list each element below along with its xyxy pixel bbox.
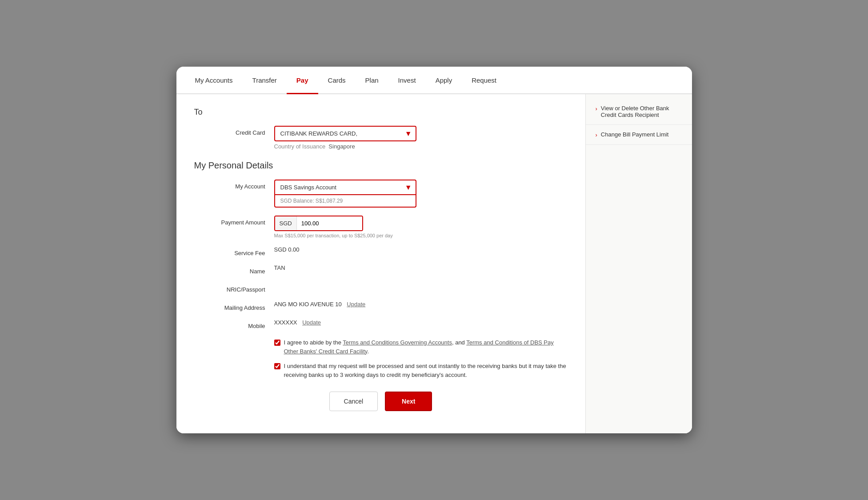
nav-bar: My Accounts Transfer Pay Cards Plan Inve…: [176, 67, 692, 94]
sidebar-label-change-limit: Change Bill Payment Limit: [601, 131, 668, 138]
checkbox-section: I agree to abide by the Terms and Condit…: [274, 338, 568, 379]
nav-invest[interactable]: Invest: [388, 68, 426, 94]
sidebar-item-view-delete[interactable]: › View or Delete Other Bank Credit Cards…: [586, 99, 692, 125]
terms-checkbox-1[interactable]: [274, 340, 280, 346]
payment-amount-row: Payment Amount SGD Max S$15,000 per tran…: [194, 216, 568, 238]
credit-card-label: Credit Card: [194, 126, 274, 136]
nric-row: NRIC/Passport: [194, 283, 568, 293]
country-label: Country of Issuance: [274, 143, 326, 150]
left-panel: To Credit Card CITIBANK REWARDS CARD, ▼ …: [176, 94, 585, 433]
mobile-label: Mobile: [194, 319, 274, 329]
my-account-label: My Account: [194, 180, 274, 190]
sidebar-label-view-delete: View or Delete Other Bank Credit Cards R…: [601, 105, 684, 118]
mailing-value: ANG MO KIO AVENUE 10 Update: [274, 301, 366, 308]
currency-label: SGD: [275, 216, 297, 230]
to-label: To: [194, 108, 568, 117]
mobile-update-link[interactable]: Update: [302, 319, 321, 326]
my-personal-details-title: My Personal Details: [194, 160, 568, 171]
browser-window: My Accounts Transfer Pay Cards Plan Inve…: [176, 67, 692, 433]
mobile-value: XXXXXX Update: [274, 319, 321, 326]
nric-label: NRIC/Passport: [194, 283, 274, 293]
checkbox-row-1: I agree to abide by the Terms and Condit…: [274, 338, 568, 356]
nav-plan[interactable]: Plan: [356, 68, 388, 94]
main-content: To Credit Card CITIBANK REWARDS CARD, ▼ …: [176, 94, 692, 433]
service-fee-value: SGD 0.00: [274, 246, 300, 253]
right-sidebar: › View or Delete Other Bank Credit Cards…: [585, 94, 692, 433]
account-select-wrapper: DBS Savings Account ▼: [274, 180, 416, 195]
nav-cards[interactable]: Cards: [318, 68, 356, 94]
my-account-row: My Account DBS Savings Account ▼ SGD Bal…: [194, 180, 568, 208]
bottom-buttons: Cancel Next: [194, 392, 568, 420]
mailing-row: Mailing Address ANG MO KIO AVENUE 10 Upd…: [194, 301, 568, 311]
name-row: Name TAN: [194, 264, 568, 275]
checkbox-row-2: I understand that my request will be pro…: [274, 362, 568, 379]
cancel-button[interactable]: Cancel: [329, 392, 378, 411]
mailing-update-link[interactable]: Update: [347, 301, 365, 308]
sidebar-item-change-limit[interactable]: › Change Bill Payment Limit: [586, 125, 692, 145]
country-value: Country of Issuance Singapore: [274, 143, 416, 150]
account-select[interactable]: DBS Savings Account: [274, 180, 416, 195]
next-button[interactable]: Next: [385, 392, 432, 411]
name-value: TAN: [274, 264, 285, 271]
chevron-right-icon-1: ›: [596, 105, 597, 112]
name-label: Name: [194, 264, 274, 275]
terms-text-1: I agree to abide by the Terms and Condit…: [284, 338, 568, 356]
credit-card-select[interactable]: CITIBANK REWARDS CARD,: [274, 126, 416, 141]
service-fee-row: Service Fee SGD 0.00: [194, 246, 568, 256]
account-balance: SGD Balance: S$1,087.29: [274, 195, 416, 208]
nav-apply[interactable]: Apply: [426, 68, 462, 94]
amount-input[interactable]: [297, 216, 362, 230]
chevron-right-icon-2: ›: [596, 132, 597, 138]
terms-checkbox-2[interactable]: [274, 363, 280, 369]
payment-amount-wrapper: SGD: [274, 216, 363, 231]
payment-amount-label: Payment Amount: [194, 216, 274, 226]
limit-text: Max S$15,000 per transaction, up to S$25…: [274, 233, 393, 238]
account-dropdown-wrapper: DBS Savings Account ▼ SGD Balance: S$1,0…: [274, 180, 416, 208]
nav-my-accounts[interactable]: My Accounts: [185, 68, 243, 94]
credit-card-select-wrapper: CITIBANK REWARDS CARD, ▼: [274, 126, 416, 141]
nav-request[interactable]: Request: [462, 68, 506, 94]
terms-link-1[interactable]: Terms and Conditions Governing Accounts: [343, 339, 452, 346]
nav-transfer[interactable]: Transfer: [243, 68, 287, 94]
terms-text-2: I understand that my request will be pro…: [284, 362, 568, 379]
mailing-label: Mailing Address: [194, 301, 274, 311]
nav-pay[interactable]: Pay: [287, 68, 318, 94]
mobile-row: Mobile XXXXXX Update: [194, 319, 568, 329]
credit-card-row: Credit Card CITIBANK REWARDS CARD, ▼ Cou…: [194, 126, 568, 150]
service-fee-label: Service Fee: [194, 246, 274, 256]
